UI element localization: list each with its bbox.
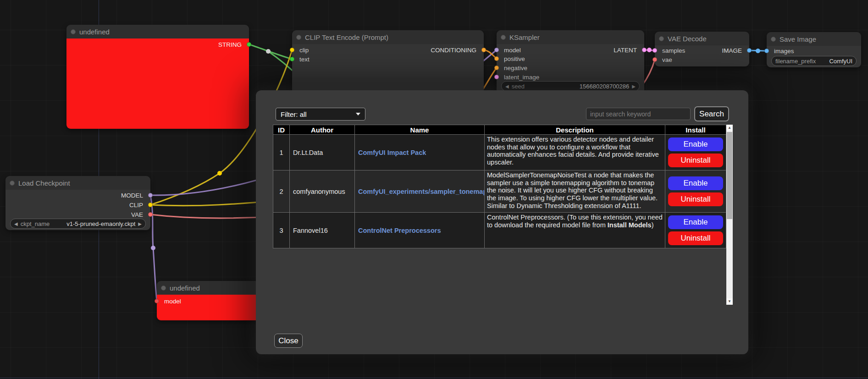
increment-arrow-icon[interactable]: ▶	[138, 221, 142, 226]
reroute-dot[interactable]	[756, 49, 760, 53]
extension-name-link[interactable]: ComfyUI_experiments/sampler_tonemap	[358, 188, 485, 195]
output-port-icon[interactable]	[481, 48, 486, 52]
seed-widget[interactable]: ◀ seed 156680208700286 ▶	[501, 81, 640, 91]
node-title-bar[interactable]: VAE Decode	[655, 32, 749, 45]
enable-button[interactable]: Enable	[668, 215, 723, 229]
node-collapse-icon[interactable]	[501, 35, 506, 40]
output-slot-conditioning[interactable]: CONDITIONING	[292, 46, 484, 54]
node-title: undefined	[170, 284, 200, 292]
slot-label: text	[299, 56, 310, 63]
output-slot-string[interactable]: STRING	[66, 40, 249, 49]
node-title: Load Checkpoint	[18, 179, 70, 187]
output-port-icon[interactable]	[148, 203, 153, 207]
output-slot-clip[interactable]: CLIP	[6, 201, 150, 209]
node-vae-decode[interactable]: VAE Decode samples vae IMAGE	[655, 32, 749, 66]
input-slot-images[interactable]: images	[767, 47, 861, 55]
slot-label: negative	[504, 65, 527, 71]
scrollbar-thumb[interactable]	[727, 132, 732, 219]
slot-label: vae	[662, 56, 672, 63]
filename-prefix-widget[interactable]: filename_prefix ComfyUI	[771, 56, 857, 66]
input-port-icon[interactable]	[494, 56, 499, 61]
slot-label: latent_image	[504, 74, 539, 81]
node-load-checkpoint[interactable]: Load Checkpoint MODEL CLIP VAE ◀ ckpt_na…	[6, 176, 150, 230]
column-header: Install	[665, 125, 726, 135]
column-header: Description	[485, 125, 665, 135]
extension-row: 3Fannovel16ControlNet PreprocessorsContr…	[273, 213, 726, 248]
output-port-icon[interactable]	[747, 48, 752, 53]
slot-label: positive	[504, 55, 525, 62]
decrement-arrow-icon[interactable]: ◀	[505, 84, 509, 89]
node-title-bar[interactable]: Load Checkpoint	[6, 176, 150, 190]
input-port-icon[interactable]	[764, 49, 769, 53]
table-scrollbar[interactable]: ▲ ▼	[726, 125, 733, 305]
node-title: VAE Decode	[668, 35, 707, 43]
node-collapse-icon[interactable]	[161, 286, 166, 291]
slot-label: model	[164, 298, 181, 305]
node-undefined-top[interactable]: undefined STRING	[66, 25, 249, 129]
node-collapse-icon[interactable]	[10, 181, 15, 186]
node-save-image[interactable]: Save Image images filename_prefix ComfyU…	[767, 32, 861, 67]
reroute-dot[interactable]	[647, 48, 652, 52]
reroute-dot[interactable]	[217, 171, 222, 176]
uninstall-button[interactable]: Uninstall	[668, 192, 723, 206]
input-port-icon[interactable]	[155, 299, 159, 303]
cell-name: ControlNet Preprocessors	[355, 213, 485, 248]
input-port-icon[interactable]	[494, 66, 499, 70]
node-title-bar[interactable]: undefined	[66, 25, 249, 38]
extension-row: 1Dr.Lt.DataComfyUI Impact PackThis exten…	[273, 135, 726, 170]
filter-select[interactable]: Filter: all	[276, 108, 365, 121]
node-title-bar[interactable]: KSampler	[497, 30, 644, 44]
input-slot-negative[interactable]: negative	[497, 64, 644, 72]
output-port-icon[interactable]	[148, 212, 153, 217]
close-button[interactable]: Close	[274, 334, 303, 348]
scroll-down-icon[interactable]: ▼	[726, 298, 733, 305]
cell-name: ComfyUI_experiments/sampler_tonemap	[355, 170, 485, 213]
node-graph-canvas[interactable]: undefined STRING CLIP Text Encode (Promp…	[0, 0, 868, 379]
increment-arrow-icon[interactable]: ▶	[632, 84, 636, 89]
uninstall-button[interactable]: Uninstall	[668, 231, 723, 245]
input-slot-positive[interactable]: positive	[497, 55, 644, 63]
cell-id: 2	[273, 170, 290, 213]
input-slot-latent-image[interactable]: latent_image	[497, 73, 644, 81]
output-port-icon[interactable]	[148, 193, 153, 198]
input-port-icon[interactable]	[290, 57, 294, 61]
node-collapse-icon[interactable]	[71, 29, 76, 34]
output-port-icon[interactable]	[642, 48, 647, 52]
enable-button[interactable]: Enable	[668, 176, 723, 190]
ckpt-name-widget[interactable]: ◀ ckpt_name v1-5-pruned-emaonly.ckpt ▶	[10, 219, 146, 229]
extension-name-link[interactable]: ComfyUI Impact Pack	[358, 149, 426, 156]
node-collapse-icon[interactable]	[296, 35, 301, 40]
node-body-error	[66, 38, 249, 129]
uninstall-button[interactable]: Uninstall	[668, 154, 723, 167]
enable-button[interactable]: Enable	[668, 137, 723, 151]
scroll-up-icon[interactable]: ▲	[726, 125, 733, 131]
node-title-bar[interactable]: Save Image	[767, 32, 861, 46]
output-slot-latent[interactable]: LATENT	[497, 46, 644, 54]
slot-label: VAE	[131, 211, 143, 218]
node-title-bar[interactable]: CLIP Text Encode (Prompt)	[292, 30, 484, 44]
input-slot-vae[interactable]: vae	[655, 55, 749, 64]
extension-name-link[interactable]: ControlNet Preprocessors	[358, 227, 441, 234]
reroute-dot[interactable]	[266, 49, 271, 54]
decrement-arrow-icon[interactable]: ◀	[14, 221, 18, 226]
widget-label: seed	[512, 83, 525, 90]
column-header: Author	[290, 125, 355, 135]
output-slot-vae[interactable]: VAE	[6, 210, 150, 219]
node-title: undefined	[79, 28, 110, 36]
search-input[interactable]	[586, 108, 691, 120]
output-port-icon[interactable]	[247, 42, 251, 47]
cell-install: EnableUninstall	[665, 170, 726, 213]
node-collapse-icon[interactable]	[771, 37, 776, 42]
search-button[interactable]: Search	[694, 106, 729, 121]
cell-install: EnableUninstall	[665, 213, 726, 248]
node-title: KSampler	[509, 33, 540, 41]
input-slot-text[interactable]: text	[292, 55, 484, 63]
extensions-table-container: IDAuthorNameDescriptionInstall 1Dr.Lt.Da…	[273, 125, 732, 305]
output-slot-image[interactable]: IMAGE	[655, 46, 749, 55]
node-collapse-icon[interactable]	[659, 36, 664, 41]
input-port-icon[interactable]	[494, 75, 499, 79]
cell-id: 3	[273, 213, 290, 248]
output-slot-model[interactable]: MODEL	[6, 191, 150, 199]
reroute-dot[interactable]	[151, 246, 155, 250]
input-port-icon[interactable]	[652, 57, 657, 62]
